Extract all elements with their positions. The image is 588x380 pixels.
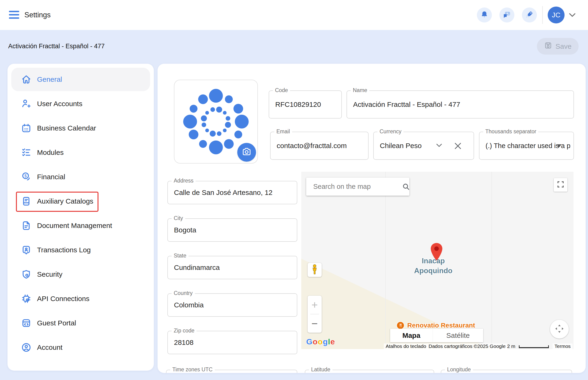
dollar-coin-icon: $ <box>21 171 32 183</box>
state-label: State <box>172 253 188 259</box>
general-settings-panel: Code RFC10829120 Name Activación Fractta… <box>158 64 586 373</box>
chevron-down-icon[interactable] <box>568 12 576 19</box>
email-value: contacto@fracttal.com <box>277 142 347 150</box>
longitude-label: Longitude <box>445 366 473 373</box>
pan-arrows-icon <box>554 323 565 335</box>
zoom-in-button[interactable]: + <box>308 296 322 314</box>
sidebar-item-user-accounts[interactable]: User Accounts <box>7 92 154 116</box>
google-logo[interactable]: Google <box>306 337 335 346</box>
chip-gear-icon <box>21 293 32 304</box>
zoom-out-button[interactable]: − <box>308 314 322 333</box>
email-label: Email <box>274 128 292 135</box>
thousands-separator-field[interactable]: Thousands separator (.) The character us… <box>479 132 574 160</box>
shield-icon <box>21 269 32 280</box>
currency-dropdown-icon[interactable] <box>435 142 443 150</box>
currency-clear-icon[interactable] <box>453 141 463 152</box>
sidebar-item-account[interactable]: Account <box>7 335 154 360</box>
breadcrumb: Activación Fracttal - Español - 477 <box>8 43 104 50</box>
save-button[interactable]: Save <box>537 38 579 55</box>
header-divider <box>542 6 543 24</box>
top-app-bar: Settings JC <box>0 0 588 30</box>
chat-sparkle-icon <box>502 10 511 20</box>
city-field[interactable]: City Bogota <box>167 218 297 242</box>
browser-window-icon <box>21 317 32 329</box>
sidebar-item-financial[interactable]: $ Financial <box>7 165 154 189</box>
map-scale-bar <box>519 345 549 348</box>
camera-icon <box>242 147 252 158</box>
bell-icon <box>480 10 489 20</box>
latitude-field[interactable]: Latitude <box>305 370 434 373</box>
sidebar-item-modules[interactable]: Modules <box>7 140 154 165</box>
longitude-field[interactable]: Longitude <box>441 370 572 373</box>
sidebar-item-auxiliary-catalogs[interactable]: Auxiliary Catalogs <box>7 189 154 213</box>
email-field[interactable]: Email contacto@fracttal.com <box>270 132 368 160</box>
name-value: Activación Fracttal - Español - 477 <box>353 100 460 109</box>
notifications-button[interactable] <box>477 7 492 22</box>
ai-assistant-button[interactable] <box>499 7 514 22</box>
person-circle-icon <box>21 342 32 353</box>
currency-label: Currency <box>377 128 404 135</box>
whats-new-button[interactable] <box>522 7 537 22</box>
thousands-separator-label: Thousands separator <box>483 128 538 135</box>
state-field[interactable]: State Cundinamarca <box>167 256 297 279</box>
address-field[interactable]: Address Calle de San José Artesano, 12 <box>167 181 297 204</box>
terms-link[interactable]: Termos <box>553 343 572 349</box>
map-data-attribution: Dados cartográficos ©2025 Google <box>427 343 507 349</box>
city-label: City <box>172 215 185 221</box>
map-search-box[interactable] <box>306 178 409 196</box>
checklist-icon <box>21 147 32 158</box>
time-zones-field[interactable]: Time zones UTC <box>166 370 297 373</box>
fullscreen-icon <box>557 180 565 189</box>
map-search-input[interactable] <box>313 183 402 190</box>
satellite-tab[interactable]: Satélite <box>433 329 483 342</box>
country-value: Colombia <box>174 301 204 309</box>
currency-field[interactable]: Currency Chilean Peso <box>373 132 474 160</box>
latitude-label: Latitude <box>309 366 332 373</box>
time-zones-label: Time zones UTC <box>170 366 215 373</box>
map-scale-text: 2 m <box>505 343 517 349</box>
address-label: Address <box>172 178 196 184</box>
company-logo <box>174 80 258 164</box>
zip-code-value: 28108 <box>174 339 193 346</box>
select-caret-icon <box>557 144 562 147</box>
poi-restaurant-label[interactable]: Renovatio Restaurant <box>396 322 475 329</box>
map-marker-pin-icon[interactable] <box>430 243 443 262</box>
code-value: RFC10829120 <box>275 100 321 109</box>
user-plus-icon <box>21 98 32 109</box>
zip-code-label: Zip code <box>172 327 197 334</box>
google-map[interactable]: Inacap Apoquindo + − Renovatio Restauran… <box>301 172 573 349</box>
name-field[interactable]: Name Activación Fracttal - Español - 477 <box>346 90 574 118</box>
sidebar-item-security[interactable]: Security <box>7 262 154 286</box>
sidebar-item-business-calendar[interactable]: Business Calendar <box>7 116 154 140</box>
sidebar-item-api-connections[interactable]: API Connections <box>7 286 154 311</box>
sidebar-item-document-management[interactable]: Document Management <box>7 213 154 238</box>
map-tab[interactable]: Mapa <box>390 329 433 342</box>
city-value: Bogota <box>174 226 196 234</box>
settings-sidebar: General User Accounts Business Calendar … <box>7 64 154 371</box>
map-pan-control[interactable] <box>550 320 569 339</box>
svg-text:$: $ <box>24 174 27 178</box>
zip-code-field[interactable]: Zip code 28108 <box>167 331 297 354</box>
search-icon[interactable] <box>402 182 410 191</box>
state-value: Cundinamarca <box>174 264 220 271</box>
map-zoom-control: + − <box>308 296 322 333</box>
name-label: Name <box>351 87 369 94</box>
sidebar-item-transactions-log[interactable]: Transactions Log <box>7 238 154 262</box>
code-field[interactable]: Code RFC10829120 <box>269 90 342 118</box>
document-icon <box>21 220 32 231</box>
country-field[interactable]: Country Colombia <box>167 293 297 317</box>
menu-hamburger-icon[interactable] <box>9 11 20 19</box>
address-value: Calle de San José Artesano, 12 <box>174 189 272 197</box>
page-title: Settings <box>24 0 51 30</box>
country-label: Country <box>172 290 195 296</box>
map-type-toggle: Mapa Satélite <box>390 329 483 342</box>
map-fullscreen-button[interactable] <box>554 178 567 192</box>
sidebar-item-guest-portal[interactable]: Guest Portal <box>7 311 154 335</box>
change-logo-button[interactable] <box>237 143 256 162</box>
pegman-streetview-control[interactable] <box>308 263 322 277</box>
sidebar-item-general[interactable]: General <box>7 67 154 92</box>
map-attribution-bar: Atalhos do teclado Dados cartográficos ©… <box>301 343 573 349</box>
save-label: Save <box>555 42 571 50</box>
avatar[interactable]: JC <box>548 7 565 23</box>
keyboard-shortcuts-link[interactable]: Atalhos do teclado <box>384 343 428 349</box>
